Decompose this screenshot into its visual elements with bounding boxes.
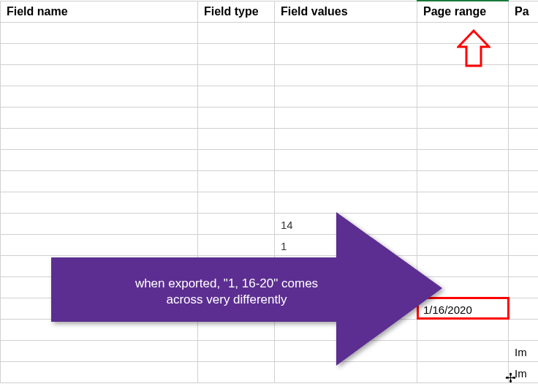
cell-date-highlighted[interactable]: 1/16/2020: [417, 298, 509, 319]
table-row[interactable]: [1, 128, 539, 149]
header-last-partial[interactable]: Pa: [509, 1, 539, 22]
table-row[interactable]: [1, 149, 539, 170]
table-row[interactable]: Im: [1, 340, 539, 361]
table-row[interactable]: [1, 170, 539, 192]
table-row[interactable]: [1, 107, 539, 128]
table-row[interactable]: Im: [1, 361, 539, 382]
header-field-name[interactable]: Field name: [1, 1, 198, 22]
table-row[interactable]: [1, 192, 539, 213]
table-row[interactable]: [1, 43, 539, 64]
table-row[interactable]: [1, 86, 539, 107]
table-row[interactable]: 1/16/2020: [1, 298, 539, 319]
cell-im-1[interactable]: Im: [509, 340, 539, 361]
cell-im-2[interactable]: Im: [509, 361, 539, 382]
header-row: Field name Field type Field values Page …: [1, 1, 539, 22]
table-row[interactable]: [1, 255, 539, 276]
table-row[interactable]: [1, 22, 539, 43]
cell-mid-b[interactable]: 1: [275, 234, 417, 255]
header-field-values[interactable]: Field values: [275, 1, 417, 22]
table-row[interactable]: [1, 64, 539, 86]
header-field-type[interactable]: Field type: [198, 1, 275, 22]
table-row[interactable]: 14: [1, 213, 539, 234]
cell-mid-a[interactable]: 14: [275, 213, 417, 234]
table-row[interactable]: [1, 276, 539, 298]
spreadsheet-table: Field name Field type Field values Page …: [0, 0, 538, 383]
table-row[interactable]: 1: [1, 234, 539, 255]
header-page-range[interactable]: Page range: [417, 1, 509, 22]
table-row[interactable]: [1, 319, 539, 340]
